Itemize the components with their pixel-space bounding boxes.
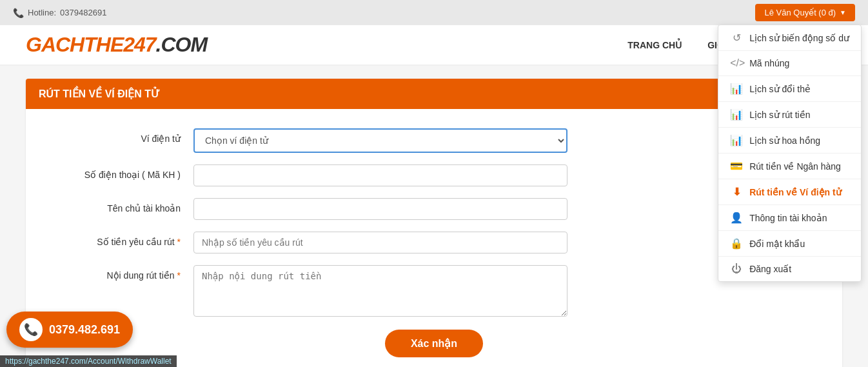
user-dropdown-button[interactable]: Lê Văn Quyết (0 đ) ▼ — [755, 4, 855, 21]
menu-thong-tin[interactable]: 👤 Thông tin tài khoản — [718, 205, 861, 231]
menu-label: Lịch sử hoa hồng — [749, 135, 820, 146]
chart-icon: 📊 — [730, 83, 743, 95]
logo-suffix: .COM — [156, 33, 208, 56]
row-so-dien-thoai: Số điện thoại ( Mã KH ) — [52, 164, 816, 186]
menu-dang-xuat[interactable]: ⏻ Đăng xuất — [718, 257, 861, 281]
chart-icon2: 📊 — [730, 108, 743, 121]
logo[interactable]: GACHTHE247.COM — [26, 33, 207, 57]
history-icon: ↺ — [730, 32, 743, 44]
input-ten-chu[interactable] — [193, 198, 567, 220]
download-icon: ⬇ — [730, 186, 743, 198]
float-phone-number: 0379.482.691 — [49, 323, 120, 337]
menu-lich-su-bien-dong[interactable]: ↺ Lịch sử biến động số dư — [718, 25, 861, 51]
input-so-dien-thoai[interactable] — [193, 164, 567, 186]
nav-trang-chu[interactable]: TRANG CHỦ — [627, 40, 682, 50]
menu-label: Đăng xuất — [749, 264, 791, 274]
submit-row: Xác nhận — [52, 330, 816, 357]
menu-label: Lịch sử biến động số dư — [749, 33, 849, 43]
float-phone-icon: 📞 — [19, 318, 43, 341]
menu-label: Thông tin tài khoản — [749, 213, 827, 223]
hotline-label: Hotline: — [28, 8, 56, 17]
label-noi-dung: Nội dung rút tiền * — [52, 265, 193, 281]
menu-rut-tien-ngan-hang[interactable]: 💳 Rút tiền về Ngân hàng — [718, 154, 861, 179]
chart-icon3: 📊 — [730, 134, 743, 146]
user-label: Lê Văn Quyết (0 đ) — [764, 8, 836, 17]
row-vi-dien-tu: Ví điện tử Chọn ví điện tử MoMo ZaloPay … — [52, 128, 816, 153]
hotline-number: 0379482691 — [60, 8, 106, 17]
submit-button[interactable]: Xác nhận — [385, 330, 483, 357]
logo-main: GACHTHE247 — [26, 33, 156, 56]
row-noi-dung: Nội dung rút tiền * — [52, 265, 816, 317]
textarea-noi-dung[interactable] — [193, 265, 567, 317]
row-ten-chu: Tên chủ tài khoản — [52, 198, 816, 220]
top-bar: 📞 Hotline: 0379482691 Lê Văn Quyết (0 đ)… — [0, 0, 868, 25]
phone-icon: 📞 — [13, 8, 24, 18]
menu-ma-nhung[interactable]: </> Mã nhúng — [718, 51, 861, 76]
status-bar: https://gachthe247.com/Account/WithdrawW… — [0, 355, 177, 367]
menu-label: Lịch sử rút tiền — [749, 110, 810, 120]
menu-label: Rút tiền về Ngân hàng — [749, 161, 841, 172]
label-so-tien: Số tiền yêu cầu rút * — [52, 232, 193, 247]
menu-rut-tien-vi[interactable]: ⬇ Rút tiền về Ví điện tử — [718, 179, 861, 205]
menu-label: Lịch sử đổi thẻ — [749, 84, 811, 94]
hotline: 📞 Hotline: 0379482691 — [13, 8, 106, 18]
label-vi-dien-tu: Ví điện tử — [52, 128, 193, 144]
menu-lich-su-rut-tien[interactable]: 📊 Lịch sử rút tiền — [718, 102, 861, 128]
float-phone-button[interactable]: 📞 0379.482.691 — [6, 312, 133, 348]
chevron-down-icon: ▼ — [840, 9, 846, 16]
menu-label: Mã nhúng — [749, 58, 789, 68]
user-icon: 👤 — [730, 212, 743, 224]
select-vi-dien-tu[interactable]: Chọn ví điện tử MoMo ZaloPay VNPay — [193, 128, 567, 153]
menu-label: Đổi mật khẩu — [749, 239, 805, 249]
status-url: https://gachthe247.com/Account/WithdrawW… — [5, 357, 172, 366]
input-so-tien[interactable] — [193, 232, 567, 253]
user-dropdown-menu: ↺ Lịch sử biến động số dư </> Mã nhúng 📊… — [718, 25, 862, 282]
menu-doi-mat-khau[interactable]: 🔒 Đổi mật khẩu — [718, 231, 861, 257]
menu-label: Rút tiền về Ví điện tử — [749, 187, 842, 197]
label-so-dien-thoai: Số điện thoại ( Mã KH ) — [52, 164, 193, 180]
logout-icon: ⏻ — [730, 263, 743, 275]
lock-icon: 🔒 — [730, 237, 743, 250]
menu-lich-su-hoa-hong[interactable]: 📊 Lịch sử hoa hồng — [718, 128, 861, 154]
bank-icon: 💳 — [730, 160, 743, 172]
code-icon: </> — [730, 57, 743, 69]
menu-lich-su-doi-the[interactable]: 📊 Lịch sử đổi thẻ — [718, 76, 861, 102]
row-so-tien: Số tiền yêu cầu rút * — [52, 232, 816, 253]
label-ten-chu: Tên chủ tài khoản — [52, 198, 193, 213]
